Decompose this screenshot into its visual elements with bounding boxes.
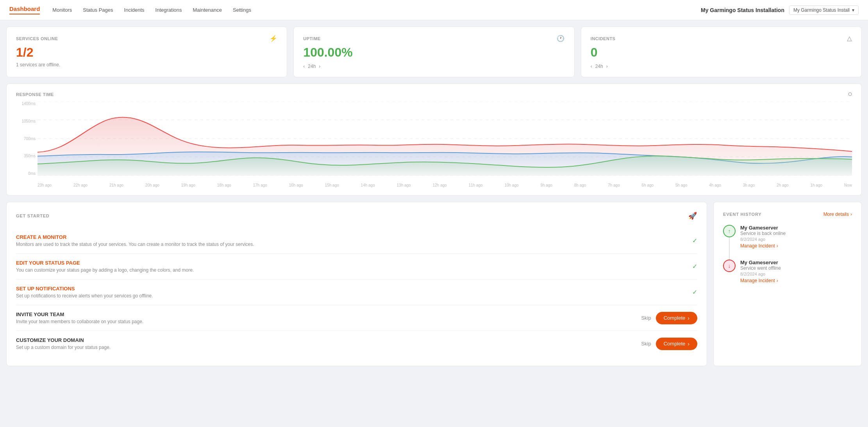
incidents-prev-chevron[interactable]: ‹ — [591, 64, 592, 69]
xlabel-16: 7h ago — [608, 183, 620, 187]
gs-custom-domain-skip[interactable]: Skip — [641, 341, 651, 347]
event-item-offline: ↓ My Gameserver Service went offline 8/2… — [723, 260, 852, 294]
services-online-label: SERVICES ONLINE ⚡ — [16, 35, 277, 42]
xlabel-0: 23h ago — [38, 183, 52, 187]
xlabel-18: 5h ago — [675, 183, 688, 187]
nav-status-pages[interactable]: Status Pages — [83, 1, 113, 19]
ylabel-4: 0ms — [16, 171, 36, 176]
manage-chevron-0: › — [777, 243, 778, 249]
get-started-header: GET STARTED 🚀 — [16, 212, 697, 220]
nav-integrations[interactable]: Integrations — [155, 1, 182, 19]
gs-item-invite-team: INVITE YOUR TEAM Invite your team member… — [16, 305, 697, 331]
ylabel-2: 700ms — [16, 137, 36, 141]
complete-arrow-icon: › — [688, 315, 689, 321]
manage-incident-1[interactable]: Manage Incident › — [740, 278, 778, 283]
gs-notifications-title[interactable]: SET UP NOTIFICATIONS — [16, 286, 153, 292]
event-list: ↑ My Gameserver Service is back online 8… — [723, 225, 852, 294]
chart-xaxis: 23h ago 22h ago 21h ago 20h ago 19h ago … — [38, 183, 852, 187]
response-time-card: RESPONSE TIME ⬡ 1400ms 1050ms 700ms 350m… — [6, 84, 862, 196]
nav-monitors[interactable]: Monitors — [52, 1, 72, 19]
manage-chevron-1: › — [777, 278, 778, 283]
clock-icon: 🕐 — [557, 35, 565, 42]
more-details-link[interactable]: More details › — [823, 212, 852, 217]
xlabel-11: 12h ago — [432, 183, 447, 187]
main-content: SERVICES ONLINE ⚡ 1/2 1 services are off… — [0, 20, 868, 372]
chart-expand-icon[interactable]: ⬡ — [848, 92, 852, 97]
nav-items: Monitors Status Pages Incidents Integrat… — [52, 1, 701, 19]
incidents-next-chevron[interactable]: › — [606, 64, 608, 69]
xlabel-14: 9h ago — [540, 183, 552, 187]
services-online-value: 1/2 — [16, 45, 277, 60]
gs-create-monitor-title[interactable]: CREATE A MONITOR — [16, 234, 254, 240]
xlabel-1: 22h ago — [73, 183, 88, 187]
incidents-time-nav: ‹ 24h › — [591, 64, 852, 69]
gs-custom-domain-actions: Skip Complete › — [641, 338, 697, 350]
event-name-1: My Gameserver — [740, 260, 781, 265]
complete-arrow-icon-2: › — [688, 341, 689, 347]
event-content-offline: My Gameserver Service went offline 8/2/2… — [740, 260, 781, 294]
installation-dropdown[interactable]: My Garmingo Status Install ▾ — [789, 5, 859, 15]
gs-item-invite-team-row: INVITE YOUR TEAM Invite your team member… — [16, 311, 697, 324]
event-name-0: My Gameserver — [740, 225, 786, 231]
xlabel-3: 20h ago — [145, 183, 159, 187]
xlabel-5: 18h ago — [217, 183, 231, 187]
gs-invite-team-desc: Invite your team members to collaborate … — [16, 319, 143, 324]
nav-maintenance[interactable]: Maintenance — [193, 1, 222, 19]
event-status-1: Service went offline — [740, 265, 781, 271]
xlabel-2: 21h ago — [109, 183, 123, 187]
gs-item-notifications: SET UP NOTIFICATIONS Set up notification… — [16, 279, 697, 305]
more-details-chevron: › — [850, 212, 852, 217]
nav-logo[interactable]: Dashboard — [9, 5, 40, 14]
chart-container: 1400ms 1050ms 700ms 350ms 0ms — [16, 101, 852, 187]
rocket-icon: 🚀 — [688, 212, 697, 220]
metrics-row: SERVICES ONLINE ⚡ 1/2 1 services are off… — [6, 27, 862, 77]
xlabel-17: 6h ago — [642, 183, 654, 187]
uptime-value: 100.00% — [303, 45, 564, 60]
gs-notifications-desc: Set up notifications to receive alerts w… — [16, 293, 153, 299]
uptime-label: UPTIME 🕐 — [303, 35, 564, 42]
xlabel-8: 15h ago — [325, 183, 339, 187]
gs-edit-status-title[interactable]: EDIT YOUR STATUS PAGE — [16, 260, 194, 266]
installation-title: My Garmingo Status Installation — [701, 7, 784, 13]
xlabel-4: 19h ago — [181, 183, 195, 187]
nav-settings[interactable]: Settings — [233, 1, 251, 19]
event-history-header: EVENT HISTORY More details › — [723, 212, 852, 217]
xlabel-21: 2h ago — [777, 183, 789, 187]
event-content-online: My Gameserver Service is back online 8/2… — [740, 225, 786, 260]
ylabel-0: 1400ms — [16, 101, 36, 106]
bottom-row: GET STARTED 🚀 CREATE A MONITOR Monitors … — [6, 202, 862, 366]
incidents-card: INCIDENTS △ 0 ‹ 24h › — [581, 27, 862, 77]
services-online-card: SERVICES ONLINE ⚡ 1/2 1 services are off… — [6, 27, 287, 77]
ylabel-1: 1050ms — [16, 119, 36, 123]
uptime-period: 24h — [308, 64, 316, 69]
event-status-0: Service is back online — [740, 231, 786, 236]
chart-svg — [38, 101, 852, 176]
gs-edit-status-check: ✓ — [692, 263, 697, 270]
nav-incidents[interactable]: Incidents — [124, 1, 145, 19]
gs-custom-domain-title: CUSTOMIZE YOUR DOMAIN — [16, 337, 111, 343]
gs-custom-domain-complete[interactable]: Complete › — [656, 338, 697, 350]
activity-icon: ⚡ — [270, 35, 278, 42]
chart-yaxis: 1400ms 1050ms 700ms 350ms 0ms — [16, 101, 36, 176]
gs-invite-team-title: INVITE YOUR TEAM — [16, 311, 143, 317]
xlabel-20: 3h ago — [743, 183, 755, 187]
gs-create-monitor-check: ✓ — [692, 237, 697, 244]
chart-svg-area — [38, 101, 852, 176]
xlabel-10: 13h ago — [397, 183, 411, 187]
gs-invite-team-skip[interactable]: Skip — [641, 315, 651, 321]
gs-invite-team-complete[interactable]: Complete › — [656, 312, 697, 324]
uptime-prev-chevron[interactable]: ‹ — [303, 64, 305, 69]
xlabel-7: 16h ago — [289, 183, 303, 187]
get-started-card: GET STARTED 🚀 CREATE A MONITOR Monitors … — [6, 202, 707, 366]
xlabel-15: 8h ago — [574, 183, 586, 187]
manage-incident-0[interactable]: Manage Incident › — [740, 243, 778, 249]
incidents-value: 0 — [591, 45, 852, 60]
alert-icon: △ — [847, 35, 852, 42]
gs-item-custom-domain-row: CUSTOMIZE YOUR DOMAIN Set up a custom do… — [16, 337, 697, 350]
nav-right: My Garmingo Status Installation My Garmi… — [701, 5, 859, 15]
uptime-next-chevron[interactable]: › — [319, 64, 320, 69]
ylabel-3: 350ms — [16, 154, 36, 158]
event-icon-online: ↑ — [723, 225, 736, 237]
gs-item-edit-status-row: EDIT YOUR STATUS PAGE You can customize … — [16, 260, 697, 273]
event-time-0: 8/2/2024 ago — [740, 237, 786, 242]
